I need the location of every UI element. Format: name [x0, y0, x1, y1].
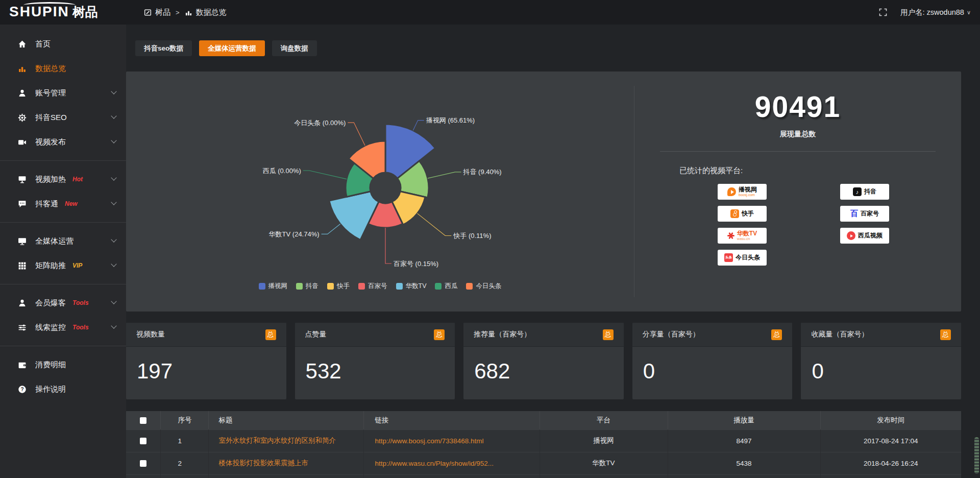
scrollbar[interactable] [974, 25, 979, 478]
row-checkbox[interactable] [140, 460, 146, 467]
cell-publish-time: 2017-08-24 17:04 [820, 429, 961, 452]
cell-link: http://www.wasu.cn/Play/show/id/952... [363, 452, 540, 474]
tab-inquiry-data[interactable]: 询盘数据 [272, 40, 317, 56]
scrollbar-thumb[interactable] [974, 437, 979, 474]
cell-empty [668, 474, 820, 478]
platform-badge-text: 华数TVwasu.cn [737, 230, 757, 241]
total-badge[interactable]: 总 [265, 329, 276, 340]
platform-badge-西瓜视频[interactable]: 西瓜视频 [840, 228, 889, 244]
legend-item-今日头条[interactable]: 今日头条 [466, 282, 501, 291]
legend-item-抖音[interactable]: 抖音 [296, 282, 318, 291]
breadcrumb-root[interactable]: 树品 [155, 8, 170, 17]
stat-card-video-count: 视频数量总197 [126, 323, 286, 399]
stat-card-header: 点赞量总 [295, 323, 455, 347]
user-menu[interactable]: 用户名: zswodun88 ∨ [900, 8, 971, 17]
sidebar-item-douketong[interactable]: 抖客通New [0, 192, 126, 216]
app-logo[interactable]: SHUPIN树品 [9, 4, 98, 20]
legend-swatch [259, 283, 265, 290]
cell-empty [540, 474, 668, 478]
sidebar: 首页数据总览账号管理抖音SEO视频发布视频加热Hot抖客通New全媒体运营矩阵助… [0, 25, 126, 478]
summary-section: 90491 展现量总数 已统计的视频平台: 播视网boosj.com快手华数TV… [634, 71, 961, 312]
chevron-down-icon [112, 299, 116, 304]
toutiao-icon: 头条 [724, 253, 733, 262]
sidebar-item-label: 账号管理 [35, 88, 66, 98]
sidebar-item-clue-monitor[interactable]: 线索监控Tools [0, 315, 126, 340]
sidebar-item-video-publish[interactable]: 视频发布 [0, 130, 126, 154]
sidebar-divider [0, 284, 126, 284]
pie-slice-华数TV[interactable] [329, 192, 379, 240]
sidebar-item-video-heat[interactable]: 视频加热Hot [0, 167, 126, 192]
platforms-label: 已统计的视频平台: [679, 166, 961, 176]
sidebar-item-label: 抖客通 [35, 199, 58, 209]
sidebar-item-account-manage[interactable]: 账号管理 [0, 81, 126, 105]
user-icon [17, 89, 27, 98]
rose-pie-chart[interactable]: 播视网 (65.61%)抖音 (9.40%)快手 (0.11%)百家号 (0.1… [126, 71, 634, 312]
tab-douyin-seo-data[interactable]: 抖音seo数据 [135, 40, 192, 56]
pie-label: 百家号 (0.15%) [394, 260, 438, 268]
total-badge[interactable]: 总 [771, 329, 782, 340]
platform-badge-快手[interactable]: 快手 [718, 206, 767, 222]
sidebar-item-member-baoke[interactable]: 会员爆客Tools [0, 291, 126, 315]
row-checkbox[interactable] [140, 438, 146, 444]
total-badge[interactable]: 总 [603, 329, 614, 340]
video-url-link[interactable]: http://www.wasu.cn/Play/show/id/952... [375, 460, 494, 467]
sidebar-item-home[interactable]: 首页 [0, 32, 126, 56]
legend-item-西瓜[interactable]: 西瓜 [435, 282, 457, 291]
chevron-down-icon [112, 89, 116, 94]
sidebar-item-label: 首页 [35, 39, 51, 49]
stat-card-value: 0 [801, 347, 961, 384]
breadcrumb-current[interactable]: 数据总览 [196, 8, 227, 17]
platform-badge-百家号[interactable]: 百百家号 [840, 206, 889, 222]
total-impressions-value: 90491 [634, 90, 961, 124]
stat-card-like-count: 点赞量总532 [295, 323, 455, 399]
chevron-down-icon [112, 324, 116, 328]
select-all-checkbox[interactable] [140, 417, 146, 424]
sidebar-item-label: 操作说明 [35, 385, 66, 394]
legend-swatch [396, 283, 403, 290]
cell-empty [363, 474, 540, 478]
pie-label-line [303, 171, 347, 179]
video-title-link[interactable]: 室外水纹灯和室内水纹灯的区别和简介 [219, 437, 336, 444]
pie-label-line [413, 121, 424, 131]
chart-legend: 播视网抖音快手百家号华数TV西瓜今日头条 [126, 282, 634, 291]
sidebar-item-operation-help[interactable]: ?操作说明 [0, 377, 126, 401]
pie-label-line [322, 224, 340, 234]
main-content: 抖音seo数据全媒体运营数据询盘数据 播视网 (65.61%)抖音 (9.40%… [126, 25, 961, 478]
platform-badge-text: 抖音 [864, 188, 876, 195]
home-icon [17, 40, 27, 49]
monitor-icon [17, 237, 27, 246]
pie-label-line [385, 228, 391, 264]
topbar: SHUPIN树品 树品 > 数据总览 用户名: zswodun88 ∨ [0, 0, 980, 25]
sidebar-item-consumption-detail[interactable]: 消费明细 [0, 352, 126, 377]
sidebar-item-label: 消费明细 [35, 360, 66, 370]
sidebar-item-label: 线索监控 [35, 323, 66, 332]
cell-empty [208, 474, 363, 478]
sidebar-item-media-ops[interactable]: 全媒体运营 [0, 229, 126, 253]
platform-badge-抖音[interactable]: ♪抖音 [840, 184, 889, 200]
total-badge[interactable]: 总 [940, 329, 951, 340]
kuaishou-icon [730, 209, 739, 218]
platform-badge-播视网[interactable]: 播视网boosj.com [718, 184, 767, 200]
legend-label: 快手 [337, 282, 350, 291]
platform-badge-华数TV[interactable]: 华数TVwasu.cn [718, 228, 767, 244]
breadcrumb-separator: > [176, 9, 180, 16]
video-title-link[interactable]: 楼体投影灯投影效果震撼上市 [219, 459, 309, 467]
legend-item-快手[interactable]: 快手 [327, 282, 350, 291]
fullscreen-icon[interactable] [879, 8, 887, 16]
sidebar-item-data-overview[interactable]: 数据总览 [0, 56, 126, 81]
legend-item-播视网[interactable]: 播视网 [259, 282, 288, 291]
video-url-link[interactable]: http://www.boosj.com/7338468.html [375, 437, 484, 445]
chevron-down-icon: ∨ [967, 9, 971, 16]
cell-empty [820, 474, 961, 478]
stat-cards-row: 视频数量总197点赞量总532推荐量（百家号）总682分享量（百家号）总0收藏量… [126, 323, 961, 399]
sidebar-item-matrix-boost[interactable]: 矩阵助推VIP [0, 253, 126, 278]
cell-publish-time: 2018-04-26 16:24 [820, 452, 961, 474]
stat-card-header: 视频数量总 [126, 323, 286, 347]
total-badge[interactable]: 总 [434, 329, 445, 340]
tab-media-ops-data[interactable]: 全媒体运营数据 [199, 40, 265, 56]
sidebar-item-douyin-seo[interactable]: 抖音SEO [0, 105, 126, 130]
cell-plays: 8497 [668, 429, 820, 452]
legend-item-华数TV[interactable]: 华数TV [396, 282, 427, 291]
legend-item-百家号[interactable]: 百家号 [358, 282, 387, 291]
platform-badge-今日头条[interactable]: 头条今日头条 [718, 250, 767, 266]
